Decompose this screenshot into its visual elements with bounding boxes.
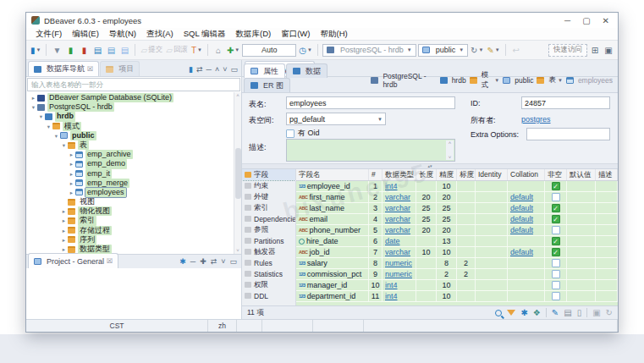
expander-icon[interactable]: ▸	[60, 245, 68, 254]
menu-item[interactable]: 编辑(E)	[68, 29, 103, 40]
undo-icon[interactable]: ↩	[510, 43, 522, 57]
tree-item[interactable]: ▸employees	[26, 188, 241, 197]
collapse-all-icon[interactable]: ─	[206, 65, 212, 74]
tree-item[interactable]: ▸emp_merge	[26, 179, 241, 188]
side-tab-Statistics[interactable]: Statistics	[242, 268, 295, 279]
tree-item[interactable]: ▸索引	[26, 216, 241, 225]
commit-icon[interactable]: ▱提交	[140, 43, 163, 57]
restore-view-icon[interactable]: ▣	[603, 43, 614, 57]
notnull-checkbox[interactable]	[552, 270, 560, 278]
data-type-link[interactable]: varchar	[385, 248, 410, 256]
has-oid-checkbox[interactable]: 有 Oid	[286, 128, 320, 139]
history-icon[interactable]: ◷▼	[298, 43, 313, 57]
notnull-checkbox[interactable]: ✓	[552, 215, 560, 223]
quick-access-button[interactable]: 快速访问	[548, 44, 587, 57]
tree-item[interactable]: ▸DBeaver Sample Database (SQLite)	[26, 93, 241, 102]
grid-column-header[interactable]: Collation	[508, 169, 545, 180]
breadcrumb-item[interactable]: 模式▼	[470, 70, 500, 91]
column-row[interactable]: ABCjob_id7varchar1010default✓	[296, 247, 618, 258]
notnull-checkbox[interactable]	[552, 259, 560, 267]
side-tab-权限[interactable]: 权限	[242, 279, 295, 290]
expander-icon[interactable]: ▾	[45, 122, 52, 131]
table-name-input[interactable]	[286, 96, 455, 109]
side-tab-Dependencies[interactable]: Dependencies	[242, 213, 295, 224]
column-row[interactable]: 123department_id11int410	[296, 291, 618, 302]
tree-item[interactable]: ▸存储过程	[26, 226, 241, 235]
schema-combo[interactable]: public▼	[418, 44, 468, 57]
grid-column-header[interactable]: 数据类型	[383, 169, 416, 180]
grid-column-header[interactable]: 长度	[416, 169, 437, 180]
column-row[interactable]: 123employee_id1int410✓	[296, 181, 618, 192]
tree-item[interactable]: ▸emp_archive	[26, 150, 241, 159]
expander-icon[interactable]: ▸	[68, 169, 75, 179]
notnull-checkbox[interactable]: ✓	[552, 182, 560, 190]
column-row[interactable]: 123salary8numeric82	[296, 258, 618, 269]
data-type-link[interactable]: varchar	[385, 204, 410, 212]
commit-mode-icon[interactable]: ✚▼	[226, 43, 240, 57]
notnull-checkbox[interactable]: ✓	[552, 248, 560, 256]
sync-icon[interactable]: ⇄	[211, 257, 217, 266]
expander-icon[interactable]: ▸	[60, 235, 68, 245]
sql-editor-icon[interactable]: ▤	[91, 43, 103, 57]
recent-sql-icon[interactable]: ▤	[118, 43, 130, 57]
side-tab-Rules[interactable]: Rules	[242, 257, 295, 268]
notnull-checkbox[interactable]	[552, 281, 560, 289]
grid-column-header[interactable]: 标度	[457, 169, 476, 180]
data-type-link[interactable]: int4	[385, 281, 398, 289]
notnull-checkbox[interactable]: ✓	[552, 204, 560, 212]
expander-icon[interactable]: ▸	[68, 179, 75, 188]
column-row[interactable]: 123commission_pct9numeric22	[296, 269, 618, 280]
minimize-panel-icon[interactable]: ▭	[230, 65, 238, 74]
breadcrumb-item[interactable]: PostgreSQL - hrdb	[371, 72, 436, 89]
new-sql-editor-icon[interactable]: ▤	[105, 43, 117, 57]
notnull-checkbox[interactable]: ✓	[552, 237, 560, 245]
maximize-button[interactable]: ▢	[582, 16, 590, 25]
tab-database-navigator[interactable]: 数据库导航 ☒	[28, 61, 99, 76]
expander-icon[interactable]: ▸	[30, 93, 37, 102]
filter-icon[interactable]	[507, 310, 515, 316]
breadcrumb-item[interactable]: 表▼	[537, 75, 562, 85]
tablespace-select[interactable]: pg_default ▼	[286, 113, 386, 125]
transaction-mode-icon[interactable]: T▼	[190, 43, 203, 57]
breadcrumb-item[interactable]: public	[503, 76, 533, 85]
data-type-link[interactable]: varchar	[385, 215, 410, 223]
minimize-button[interactable]: ─	[564, 16, 570, 25]
search-icon[interactable]	[495, 310, 502, 316]
tree-item[interactable]: ▾模式	[26, 122, 241, 131]
tree-item[interactable]: ▾PostgreSQL - hrdb	[26, 102, 241, 112]
menu-item[interactable]: 数据库(D)	[231, 29, 275, 40]
notnull-checkbox[interactable]	[552, 226, 560, 234]
table-filter-input[interactable]	[27, 78, 240, 91]
expander-icon[interactable]: ▾	[52, 131, 60, 140]
column-row[interactable]: ABClast_name3varchar2525default✓	[296, 203, 618, 214]
tree-item[interactable]: ▾public	[26, 131, 241, 140]
tree-item[interactable]: 视图	[26, 197, 241, 206]
connection-combo[interactable]: PostgreSQL - hrdb▼	[322, 44, 416, 57]
data-type-link[interactable]: numeric	[385, 259, 412, 267]
tab-project-general[interactable]: Project - General ☒	[28, 253, 118, 268]
tree-item[interactable]: ▾hrdb	[26, 112, 241, 121]
link-editor-icon[interactable]: ⇄	[196, 65, 203, 74]
collation-link[interactable]: default	[510, 248, 533, 256]
data-type-link[interactable]: varchar	[385, 193, 410, 201]
side-tab-字段[interactable]: 字段	[242, 169, 295, 180]
extra-options-input[interactable]	[526, 128, 610, 140]
menu-item[interactable]: 查找(A)	[142, 29, 178, 40]
panels-icon[interactable]: ❖	[533, 308, 541, 317]
tree-item[interactable]: ▸数据类型	[26, 245, 241, 254]
close-tab-icon[interactable]: ☒	[87, 65, 93, 73]
close-tab-icon[interactable]: ☒	[107, 257, 113, 265]
expander-icon[interactable]: ▾	[60, 140, 68, 150]
collation-link[interactable]: default	[510, 215, 533, 223]
side-tab-索引[interactable]: 索引	[242, 202, 295, 213]
add-row-icon[interactable]: ▤	[564, 308, 571, 317]
tree-item[interactable]: ▸序列	[26, 235, 241, 245]
editor-tab-属性[interactable]: 属性	[244, 63, 285, 78]
tree-scrollbar[interactable]: ˄˅	[234, 92, 241, 254]
data-type-link[interactable]: int4	[385, 182, 398, 190]
new-connection-icon[interactable]: ▮▼	[30, 43, 41, 57]
breadcrumb-item[interactable]: employees	[566, 76, 613, 85]
expander-icon[interactable]: ▾	[37, 112, 45, 121]
home-icon[interactable]: ⌂	[212, 43, 224, 57]
menu-item[interactable]: 导航(N)	[105, 29, 140, 40]
